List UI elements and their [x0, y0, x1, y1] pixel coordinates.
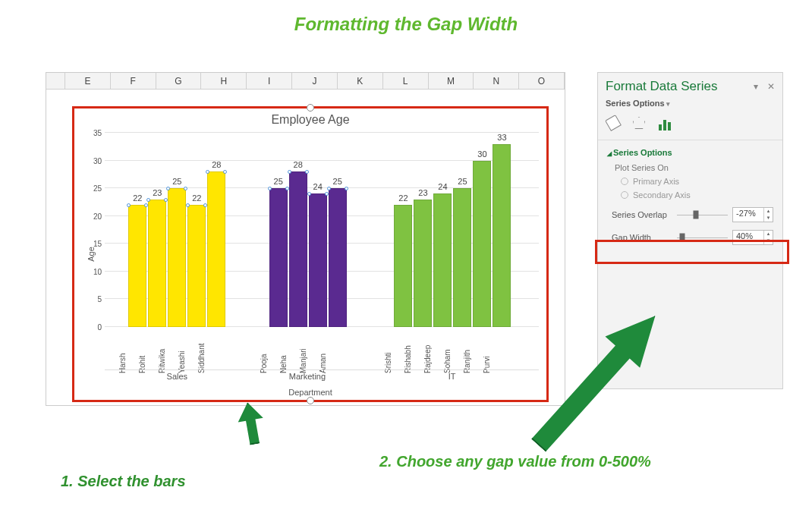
corner-cell — [46, 73, 65, 89]
arrow-annotation-2 — [562, 266, 736, 440]
radio-icon — [621, 178, 628, 185]
dept-label: Marketing — [250, 369, 366, 383]
column-header[interactable]: G — [156, 73, 202, 89]
data-label: 24 — [313, 182, 323, 191]
data-bar[interactable]: 28 — [289, 171, 307, 327]
category-labels: HarshRohitRitwikaYeashiSiddhantPoojaNeha… — [105, 329, 539, 366]
y-tick-label: 0 — [87, 323, 102, 332]
pane-subtitle[interactable]: Series Options — [598, 97, 782, 114]
data-label: 25 — [172, 177, 181, 186]
pane-header: Format Data Series ▾ ✕ — [598, 73, 782, 97]
data-label: 25 — [458, 177, 467, 186]
data-label: 25 — [333, 177, 342, 186]
cat-group: SrishtiRishabhRajdeepSohamRanjithPurvi — [367, 329, 539, 366]
series-overlap-row: Series Overlap -27% ▲▼ — [612, 207, 773, 222]
data-bar[interactable]: 24 — [309, 193, 327, 327]
dept-group: 25282425 — [250, 133, 367, 327]
data-label: 22 — [398, 193, 408, 203]
pane-title: Format Data Series — [606, 79, 717, 94]
section-heading[interactable]: Series Options — [607, 148, 773, 157]
y-tick-label: 20 — [87, 212, 102, 220]
dept-label: IT — [365, 369, 539, 383]
data-bar[interactable]: 24 — [433, 193, 452, 327]
data-label: 23 — [153, 188, 162, 197]
data-bar[interactable]: 25 — [269, 188, 288, 327]
series-overlap-label: Series Overlap — [612, 210, 672, 219]
arrow-annotation-1 — [235, 402, 267, 445]
data-bar[interactable]: 25 — [168, 188, 186, 327]
y-tick-label: 25 — [87, 184, 102, 193]
annotation-step2: 2. Choose any gap value from 0-500% — [379, 453, 651, 470]
spinner-icon[interactable]: ▲▼ — [763, 208, 773, 222]
x-axis-label: Department — [74, 388, 546, 397]
data-bar[interactable]: 22 — [394, 205, 412, 327]
series-overlap-slider[interactable] — [677, 209, 728, 220]
column-header[interactable]: F — [111, 73, 156, 89]
dept-group: 2223252228 — [105, 133, 250, 327]
series-options-icon[interactable] — [659, 117, 674, 132]
data-bar[interactable]: 30 — [473, 161, 491, 327]
column-header[interactable]: N — [474, 73, 519, 89]
data-bar[interactable]: 23 — [414, 200, 432, 327]
data-label: 25 — [274, 177, 283, 186]
data-bar[interactable]: 33 — [493, 144, 511, 327]
plot-series-on-label: Plot Series On — [615, 163, 773, 172]
series-options-section: Series Options Plot Series On Primary Ax… — [598, 140, 782, 253]
group-labels: SalesMarketingIT — [105, 369, 539, 383]
bars-container[interactable]: 222325222825282425222324253033 — [105, 133, 539, 327]
grid-body: Employee Age Age 05101520253035 22232522… — [46, 90, 565, 405]
effects-icon[interactable] — [633, 117, 648, 132]
y-tick-label: 30 — [87, 156, 102, 165]
data-label: 23 — [418, 188, 427, 197]
data-bar[interactable]: 28 — [207, 171, 225, 327]
chart-object-selected[interactable]: Employee Age Age 05101520253035 22232522… — [72, 106, 549, 402]
data-bar[interactable]: 25 — [453, 188, 471, 327]
cat-group: PoojaNehaManjariAman — [250, 329, 367, 366]
plot-area[interactable]: 05101520253035 2223252228252824252223242… — [105, 133, 539, 327]
column-header[interactable]: J — [292, 73, 338, 89]
annotation-step1: 1. Select the bars — [61, 473, 186, 490]
data-label: 28 — [294, 160, 303, 169]
y-tick-label: 10 — [87, 267, 102, 275]
primary-axis-label: Primary Axis — [633, 177, 679, 186]
chart-title[interactable]: Employee Age — [74, 108, 546, 128]
series-overlap-value: -27% — [736, 209, 756, 218]
data-label: 22 — [192, 193, 201, 203]
y-tick-label: 5 — [87, 295, 102, 303]
dept-group: 222324253033 — [367, 133, 539, 327]
column-header[interactable]: I — [247, 73, 292, 89]
data-label: 22 — [133, 193, 142, 203]
column-header[interactable]: L — [383, 73, 429, 89]
data-label: 33 — [497, 133, 506, 142]
column-headers: EFGHIJKLMNO — [46, 73, 565, 90]
secondary-axis-radio: Secondary Axis — [621, 190, 773, 200]
spinner-icon[interactable]: ▲▼ — [763, 231, 773, 244]
data-label: 30 — [477, 149, 486, 159]
column-header[interactable]: O — [519, 73, 565, 89]
pane-options-dropdown-icon[interactable]: ▾ — [754, 81, 758, 92]
spreadsheet-area: EFGHIJKLMNO Employee Age Age 05101520253… — [46, 72, 565, 406]
secondary-axis-label: Secondary Axis — [633, 190, 691, 200]
page-heading: Formatting the Gap Width — [0, 14, 812, 35]
series-overlap-input[interactable]: -27% ▲▼ — [732, 207, 773, 222]
gap-width-value: 40% — [736, 231, 753, 241]
close-icon[interactable]: ✕ — [767, 81, 775, 92]
fill-line-icon[interactable] — [607, 117, 622, 132]
data-label: 28 — [212, 160, 221, 169]
column-header[interactable]: E — [65, 73, 111, 89]
data-label: 24 — [438, 182, 447, 191]
gap-width-slider[interactable] — [677, 232, 728, 243]
dept-label: Sales — [105, 369, 250, 383]
radio-icon — [621, 191, 628, 199]
pane-tab-icons — [598, 114, 782, 140]
data-bar[interactable]: 25 — [329, 188, 347, 327]
column-header[interactable]: H — [201, 73, 247, 89]
primary-axis-radio: Primary Axis — [621, 177, 773, 186]
gap-width-row: Gap Width 40% ▲▼ — [612, 230, 773, 245]
data-bar[interactable]: 23 — [148, 200, 166, 327]
data-bar[interactable]: 22 — [187, 205, 206, 327]
data-bar[interactable]: 22 — [128, 205, 146, 327]
column-header[interactable]: M — [429, 73, 474, 89]
gap-width-input[interactable]: 40% ▲▼ — [732, 230, 773, 245]
column-header[interactable]: K — [338, 73, 383, 89]
